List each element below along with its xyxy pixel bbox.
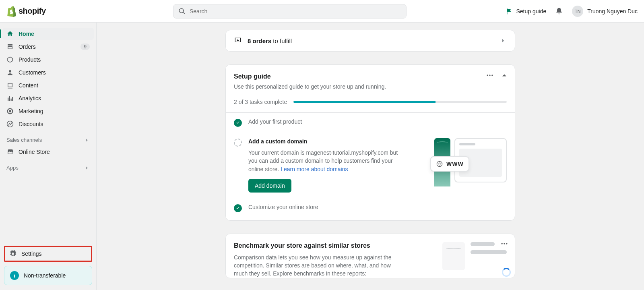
setup-guide-link[interactable]: Setup guide: [506, 8, 546, 15]
setup-title: Setup guide: [234, 73, 507, 80]
benchmark-card: Benchmark your store against similar sto…: [225, 234, 515, 278]
callout-text: Non-transferable: [24, 272, 66, 279]
gear-icon: [9, 250, 17, 257]
setup-guide-label: Setup guide: [516, 8, 546, 14]
orders-badge: 9: [80, 44, 90, 50]
more-icon[interactable]: [486, 71, 494, 79]
task-customize-store[interactable]: Customize your online store: [226, 198, 515, 220]
sidebar: Home Orders 9 Products Customers Content…: [0, 23, 97, 290]
chevron-right-icon: [84, 165, 90, 171]
svg-point-1: [489, 75, 490, 76]
user-menu[interactable]: TN Truong Nguyen Duc: [572, 6, 638, 17]
www-badge: WWW: [430, 156, 469, 172]
sidebar-item-settings[interactable]: Settings: [4, 246, 92, 262]
sidebar-item-label: Marketing: [19, 108, 43, 114]
sales-channels-heading[interactable]: Sales channels: [2, 130, 94, 145]
task-title: Add your first product: [248, 118, 507, 125]
progress-fill: [293, 101, 436, 103]
add-domain-button[interactable]: Add domain: [248, 179, 291, 193]
benchmark-description: Comparison data lets you see how you mea…: [234, 253, 395, 278]
benchmark-illustration: [442, 242, 507, 274]
sidebar-item-online-store[interactable]: Online Store: [2, 146, 94, 158]
search-input[interactable]: [173, 4, 407, 19]
discounts-icon: [6, 120, 14, 128]
setup-guide-card: Setup guide Use this personalized guide …: [225, 64, 515, 221]
orders-to-fulfill-card[interactable]: 8 orders to fulfill: [225, 30, 515, 52]
progress-bar: [293, 101, 507, 103]
fulfill-text: 8 orders to fulfill: [248, 37, 292, 44]
check-icon: [234, 119, 242, 127]
progress-label: 2 of 3 tasks complete: [234, 99, 287, 105]
analytics-icon: [6, 95, 14, 102]
sidebar-item-label: Discounts: [19, 121, 43, 127]
customers-icon: [6, 69, 14, 76]
learn-more-link[interactable]: Learn more about domains: [281, 166, 348, 172]
username: Truong Nguyen Duc: [587, 8, 638, 14]
task-title: Add a custom domain: [248, 138, 424, 145]
sidebar-item-customers[interactable]: Customers: [2, 66, 94, 79]
task-title: Customize your online store: [248, 204, 507, 210]
main-content: 8 orders to fulfill Setup guide Use this…: [97, 23, 644, 290]
marketing-icon: [6, 108, 14, 115]
chevron-right-icon: [84, 137, 90, 143]
non-transferable-callout: i Non-transferable: [4, 266, 92, 285]
globe-icon: [436, 160, 443, 168]
sidebar-item-products[interactable]: Products: [2, 54, 94, 66]
settings-label: Settings: [21, 251, 42, 257]
sidebar-item-label: Home: [19, 31, 34, 37]
notifications-icon[interactable]: [555, 7, 563, 15]
sidebar-item-label: Customers: [19, 69, 46, 76]
orders-icon: [6, 43, 14, 50]
content-icon: [6, 82, 14, 89]
shopify-logo[interactable]: shopify: [6, 6, 93, 17]
setup-subtitle: Use this personalized guide to get your …: [234, 83, 507, 90]
sidebar-item-home[interactable]: Home: [2, 28, 94, 40]
task-custom-domain: Add a custom domain Your current domain …: [226, 133, 515, 198]
avatar: TN: [572, 6, 583, 17]
pending-icon: [234, 139, 242, 147]
chevron-right-icon: [500, 37, 507, 44]
chevron-up-icon[interactable]: [500, 71, 508, 79]
store-icon: [6, 148, 14, 155]
sidebar-item-label: Content: [19, 82, 38, 89]
products-icon: [6, 56, 14, 63]
domain-illustration: WWW: [430, 138, 507, 186]
sidebar-item-marketing[interactable]: Marketing: [2, 105, 94, 117]
inbox-icon: [234, 37, 242, 45]
task-description: Your current domain is magenest-tutorial…: [248, 149, 401, 173]
sidebar-item-label: Products: [19, 56, 41, 63]
sidebar-item-orders[interactable]: Orders 9: [2, 41, 94, 53]
logo-text: shopify: [19, 6, 46, 16]
sidebar-item-discounts[interactable]: Discounts: [2, 118, 94, 130]
sidebar-item-label: Online Store: [19, 149, 50, 155]
sidebar-item-label: Analytics: [19, 95, 41, 102]
search-field[interactable]: [190, 8, 401, 14]
sidebar-item-label: Orders: [19, 44, 36, 50]
search-icon: [178, 8, 186, 15]
task-add-product[interactable]: Add your first product: [226, 113, 515, 133]
check-icon: [234, 204, 242, 212]
home-icon: [6, 30, 14, 37]
flag-icon: [506, 8, 513, 15]
spinner-icon: [502, 268, 511, 277]
apps-heading[interactable]: Apps: [2, 158, 94, 173]
sidebar-item-content[interactable]: Content: [2, 79, 94, 91]
sidebar-item-analytics[interactable]: Analytics: [2, 92, 94, 104]
info-icon: i: [10, 271, 19, 280]
svg-point-0: [487, 75, 488, 76]
svg-point-2: [491, 75, 493, 76]
